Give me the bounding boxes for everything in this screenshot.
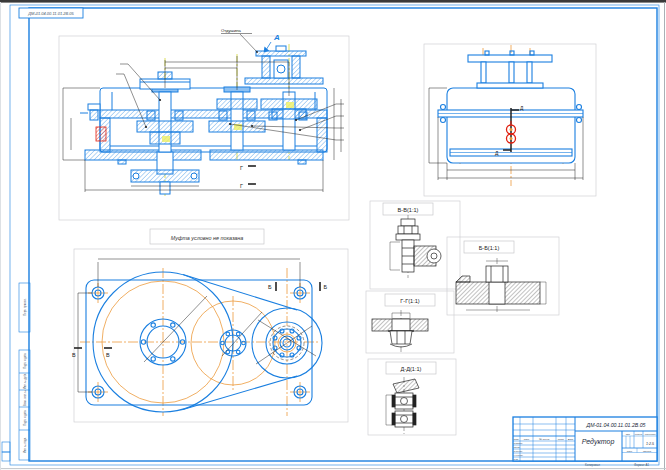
margin-label: Подп. и дата <box>23 353 27 369</box>
page-edges <box>0 0 666 470</box>
callout-text: Отдушина <box>221 28 242 33</box>
detail-bb: Б-Б(1:1) <box>456 241 546 312</box>
callout-breather: Отдушина <box>221 28 258 53</box>
section-mark-b: Б Б <box>268 282 328 291</box>
seal-red <box>96 127 106 141</box>
col-list: Лист <box>524 438 530 441</box>
detail-gg: Г-Г(1:1) <box>372 294 435 352</box>
mark-v-letter: В <box>72 352 76 358</box>
margin-label: Перв. примен. <box>23 298 27 316</box>
mark-b-letter: Б <box>324 284 328 290</box>
section-label-dd: Д-Д(1:1) <box>401 366 422 372</box>
mass-label: Масса <box>635 433 643 436</box>
row-approve: Утв. <box>514 458 519 461</box>
mark-g-letter: Г <box>240 183 243 189</box>
row-check: Пров. <box>514 446 521 449</box>
row-tcontrol: Т.контр. <box>514 450 523 453</box>
col-sign: Подп. <box>558 438 565 441</box>
section-label-gg: Г-Г(1:1) <box>400 298 420 304</box>
cad-sheet: ДМ-01.04.00.11.01.2В.05 Перв. примен. По… <box>0 0 666 470</box>
col-date: Дата <box>568 438 574 441</box>
main-section-view: Г Г А Отдушина <box>63 28 344 196</box>
corner-stamp-text: ДМ-01.04.00.11.01.2В.05 <box>27 11 74 16</box>
margin-label: Взам. инв. № <box>23 390 27 406</box>
scale-label: Масштаб <box>645 433 656 436</box>
part-name: Редуктор <box>582 438 615 446</box>
scale-value: 1:2.5 <box>646 442 654 446</box>
side-view: Д Д <box>429 45 583 186</box>
col-izm: Изм. <box>514 438 520 441</box>
margin-label: Инв. № дубл. <box>23 373 27 389</box>
col-doc: № докум. <box>539 438 550 441</box>
margin-label: Подп. и дата <box>23 410 27 426</box>
sheet-frame: ДМ-01.04.00.11.01.2В.05 Перв. примен. По… <box>2 5 659 465</box>
doc-number: ДМ-01.04.00.11.01.2В.05 <box>586 422 646 428</box>
section-label-bb: Б-Б(1:1) <box>479 245 500 251</box>
sheets-label: Листов <box>643 450 652 453</box>
detail-vv: В-В(1:1) <box>383 203 441 278</box>
note-box: Муфта условно не показана <box>150 229 264 244</box>
detail-dd: Д-Д(1:1) <box>386 362 436 434</box>
section-mark-g: Г Г <box>240 165 256 189</box>
format-label: Формат А1 <box>634 463 649 467</box>
mark-v-letter: В <box>106 352 110 358</box>
view-a-letter: А <box>273 33 280 42</box>
note-text: Муфта условно не показана <box>171 235 244 241</box>
title-block: ДМ-01.04.00.11.01.2В.05 Редуктор 1:2.5 Л… <box>513 417 657 467</box>
copied-label: Копировал <box>585 463 600 467</box>
row-ncontrol: Н.контр. <box>514 454 524 457</box>
section-label-vv: В-В(1:1) <box>398 207 419 213</box>
margin-label: Инв. № подл. <box>23 437 27 453</box>
lit-label: Лит. <box>626 433 631 436</box>
mark-b-letter: Б <box>268 284 272 290</box>
plan-view: Б Б В В <box>72 259 328 416</box>
mark-g-letter: Г <box>240 165 243 171</box>
drawing-canvas: ДМ-01.04.00.11.01.2В.05 Перв. примен. По… <box>0 0 666 470</box>
row-dev: Разраб. <box>514 442 523 445</box>
sheet-label: Лист <box>627 450 633 453</box>
